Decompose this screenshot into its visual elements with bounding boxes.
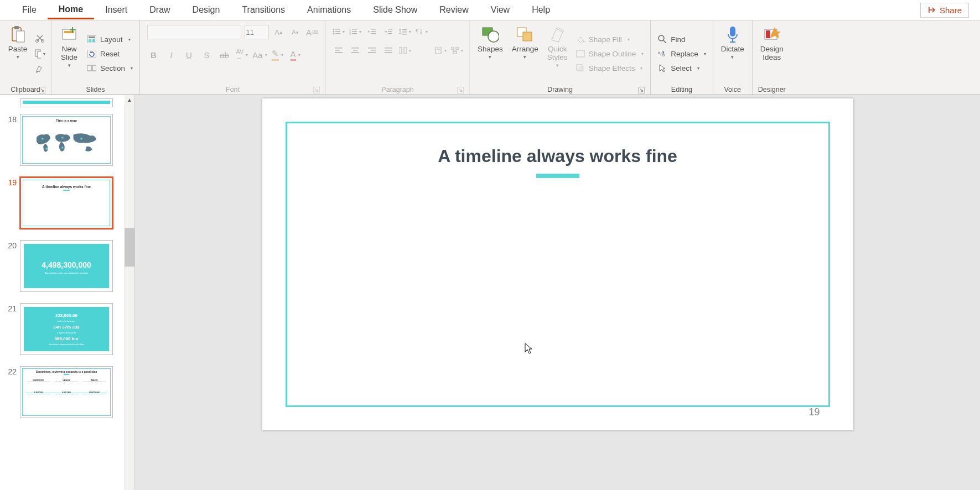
decrease-font-button[interactable]: A▾ bbox=[289, 25, 302, 39]
group-label-designer: Designer bbox=[757, 85, 787, 95]
slide-canvas-area[interactable]: A timeline always works fine 19 bbox=[135, 95, 980, 490]
smartart-button[interactable] bbox=[450, 44, 464, 57]
launcher-paragraph[interactable]: ↘ bbox=[457, 87, 464, 93]
tab-transitions[interactable]: Transitions bbox=[231, 2, 296, 18]
new-slide-button[interactable]: New Slide ▾ bbox=[56, 25, 82, 69]
svg-rect-2 bbox=[17, 31, 24, 42]
paste-button[interactable]: Paste ▾ bbox=[4, 25, 31, 61]
change-case-button[interactable]: Aa bbox=[253, 48, 267, 61]
italic-button[interactable]: I bbox=[165, 48, 178, 61]
thumb-number: 21 bbox=[3, 303, 17, 313]
arrange-button[interactable]: Arrange▾ bbox=[509, 25, 542, 61]
new-slide-icon bbox=[60, 26, 78, 44]
tab-help[interactable]: Help bbox=[521, 2, 561, 18]
launcher-drawing[interactable]: ↘ bbox=[638, 87, 645, 93]
quick-styles-button[interactable]: Quick Styles▾ bbox=[544, 25, 571, 69]
select-button[interactable]: Select bbox=[655, 62, 702, 74]
svg-point-75 bbox=[61, 147, 64, 149]
slide-thumb-22[interactable]: Sometimes, reviewing concepts is a good … bbox=[20, 366, 113, 418]
slide-canvas[interactable]: A timeline always works fine 19 bbox=[262, 98, 853, 430]
layout-label: Layout bbox=[100, 35, 123, 44]
tab-insert[interactable]: Insert bbox=[94, 2, 138, 18]
slide-thumb-20[interactable]: 4,498,300,000 Big numbers catch your aud… bbox=[20, 240, 113, 292]
slide-thumb-21[interactable]: 333,000.00 earths is the Sun's mass 24h … bbox=[20, 303, 113, 355]
shapes-button[interactable]: Shapes▾ bbox=[474, 25, 506, 61]
tab-slideshow[interactable]: Slide Show bbox=[362, 2, 428, 18]
increase-indent-button[interactable] bbox=[382, 25, 395, 38]
tab-design[interactable]: Design bbox=[182, 2, 231, 18]
font-size-input[interactable] bbox=[245, 25, 269, 39]
svg-rect-53 bbox=[437, 49, 440, 50]
svg-rect-39 bbox=[335, 50, 340, 51]
font-color-button[interactable]: A bbox=[289, 48, 302, 61]
slide-thumbnail-pane[interactable]: 18 This is a map bbox=[0, 95, 135, 490]
launcher-font[interactable]: ↘ bbox=[313, 87, 320, 93]
find-label: Find bbox=[671, 35, 685, 44]
svg-point-18 bbox=[333, 31, 334, 33]
clear-formatting-button[interactable]: A⌫ bbox=[305, 25, 319, 39]
svg-rect-29 bbox=[371, 31, 376, 32]
svg-rect-11 bbox=[89, 39, 91, 42]
decrease-indent-button[interactable] bbox=[365, 25, 378, 38]
tab-review[interactable]: Review bbox=[428, 2, 479, 18]
replace-label: Replace bbox=[671, 50, 698, 58]
tab-draw[interactable]: Draw bbox=[138, 2, 181, 18]
line-spacing-button[interactable] bbox=[398, 25, 412, 38]
highlight-button[interactable]: ✎ bbox=[271, 48, 284, 61]
thumb-scrollbar[interactable] bbox=[125, 95, 134, 490]
svg-rect-55 bbox=[456, 47, 459, 49]
scroll-up-button[interactable]: ▲ bbox=[125, 95, 134, 105]
cut-button[interactable] bbox=[33, 32, 46, 45]
svg-rect-12 bbox=[92, 39, 95, 42]
scroll-thumb[interactable] bbox=[125, 228, 134, 267]
replace-button[interactable]: abReplace bbox=[655, 48, 708, 60]
tab-home[interactable]: Home bbox=[48, 1, 94, 19]
shape-effects-button[interactable]: Shape Effects bbox=[573, 62, 645, 74]
format-painter-button[interactable] bbox=[33, 62, 46, 76]
svg-point-73 bbox=[80, 138, 82, 140]
slide-thumb-18[interactable]: This is a map bbox=[20, 114, 113, 166]
font-name-input[interactable] bbox=[147, 25, 241, 39]
align-center-button[interactable] bbox=[349, 44, 362, 57]
stat-caption: is the distance between the Earth and th… bbox=[49, 343, 84, 346]
dictate-button[interactable]: Dictate▾ bbox=[718, 25, 748, 61]
underline-button[interactable]: U bbox=[183, 48, 196, 61]
svg-rect-42 bbox=[353, 50, 357, 51]
slide-thumb-19[interactable]: A timeline always works fine bbox=[20, 177, 113, 229]
copy-button[interactable] bbox=[33, 47, 46, 60]
find-button[interactable]: Find bbox=[655, 33, 687, 45]
shape-outline-button[interactable]: Shape Outline bbox=[573, 48, 646, 60]
launcher-clipboard[interactable]: ↘ bbox=[39, 87, 45, 93]
layout-button[interactable]: Layout bbox=[85, 33, 133, 45]
strikethrough-button[interactable]: ab bbox=[218, 48, 231, 61]
char-spacing-button[interactable]: AV↔ bbox=[236, 48, 249, 61]
svg-rect-64 bbox=[578, 66, 584, 72]
shadow-button[interactable]: S bbox=[200, 48, 214, 61]
bullets-button[interactable] bbox=[332, 25, 345, 38]
paste-label: Paste bbox=[8, 45, 28, 53]
tab-view[interactable]: View bbox=[480, 2, 521, 18]
slide-thumb-17-partial[interactable] bbox=[20, 98, 113, 107]
bold-button[interactable]: B bbox=[147, 48, 160, 61]
design-ideas-button[interactable]: Design Ideas bbox=[757, 25, 787, 62]
svg-rect-46 bbox=[368, 52, 376, 53]
align-text-button[interactable] bbox=[434, 44, 447, 57]
slide-title[interactable]: A timeline always works fine bbox=[262, 146, 853, 166]
increase-font-button[interactable]: A▴ bbox=[272, 25, 286, 39]
align-left-button[interactable] bbox=[332, 44, 345, 57]
align-right-button[interactable] bbox=[365, 44, 378, 57]
numbering-button[interactable]: 123 bbox=[349, 25, 362, 38]
columns-button[interactable] bbox=[398, 44, 412, 57]
text-direction-button[interactable]: ¶ bbox=[415, 25, 428, 38]
shape-fill-button[interactable]: Shape Fill bbox=[573, 33, 632, 45]
quick-styles-icon bbox=[548, 26, 566, 44]
section-button[interactable]: Section bbox=[85, 62, 135, 74]
reset-button[interactable]: Reset bbox=[85, 48, 122, 60]
justify-button[interactable] bbox=[382, 44, 395, 57]
share-button[interactable]: Share bbox=[920, 3, 969, 18]
main-area: 18 This is a map bbox=[0, 95, 980, 490]
svg-rect-38 bbox=[335, 48, 343, 49]
tab-animations[interactable]: Animations bbox=[296, 2, 362, 18]
tab-file[interactable]: File bbox=[11, 2, 48, 18]
stat-caption: is Jupiter's rotation period bbox=[57, 332, 76, 334]
